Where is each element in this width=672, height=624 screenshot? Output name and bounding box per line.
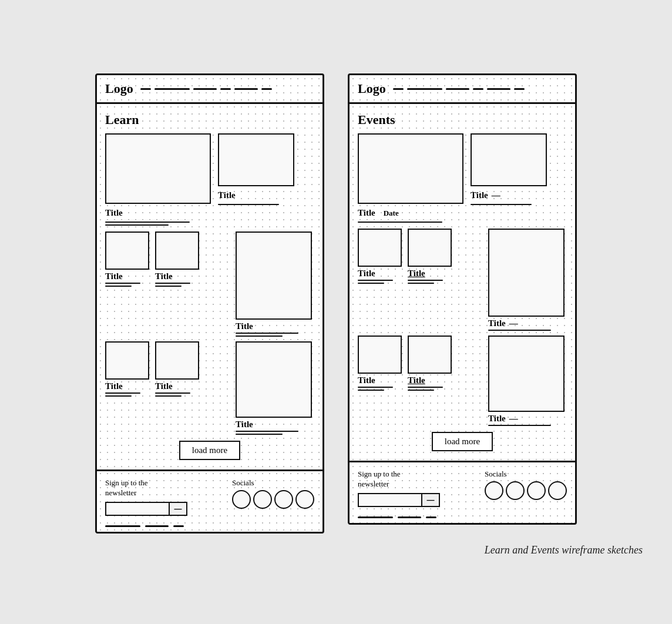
line: [358, 283, 384, 284]
events-item4: Title: [408, 336, 452, 391]
events-featured-title-right: Title: [471, 190, 488, 200]
events-load-more-wrap: load more: [358, 432, 567, 451]
learn-item4: Title: [155, 341, 199, 397]
footer-dash-3: [173, 525, 184, 527]
line: [358, 222, 442, 223]
events-newsletter-input[interactable]: [358, 493, 422, 507]
events-grid-right2: Title —: [488, 336, 567, 426]
events-featured-dash: —: [492, 190, 500, 200]
events-featured-row: Title Date Title —: [358, 133, 567, 223]
social-circle-1[interactable]: [232, 490, 251, 509]
nav-dash-3: [446, 88, 469, 90]
learn-socials-label: Socials: [232, 478, 314, 488]
events-socials-label: Socials: [485, 469, 567, 479]
social-circle-4[interactable]: [295, 490, 314, 509]
img: [105, 232, 149, 270]
line: [105, 283, 140, 284]
title: Title: [155, 271, 199, 281]
learn-grid-row2: Title Title: [105, 341, 314, 435]
learn-load-more-wrap: load more: [105, 441, 314, 460]
lines: [236, 333, 314, 337]
nav-dash-5: [234, 88, 258, 90]
line: [105, 224, 169, 226]
social-circle-3[interactable]: [527, 481, 546, 500]
events-newsletter-input-row: —: [358, 493, 473, 507]
learn-load-more-button[interactable]: load more: [179, 441, 240, 460]
learn-grid-right2: Title: [236, 341, 314, 435]
nav-dash-5: [487, 88, 510, 90]
title: Title: [488, 318, 506, 328]
lines: [105, 283, 149, 287]
lines: [471, 204, 547, 205]
nav-dash-2: [407, 88, 442, 90]
events-pair1: Title Title: [358, 229, 481, 284]
footer-dash-2: [398, 516, 421, 518]
learn-newsletter-submit[interactable]: —: [170, 502, 187, 516]
lines: [408, 280, 452, 284]
events-side-title-dash2: Title —: [488, 412, 567, 424]
line: [105, 395, 132, 397]
social-circle-1[interactable]: [485, 481, 503, 500]
learn-newsletter-input-row: —: [105, 502, 220, 516]
img: [155, 232, 199, 270]
learn-grid-left1: Title Title: [105, 232, 229, 337]
learn-newsletter-input[interactable]: [105, 502, 170, 516]
learn-featured-title-right: Title: [218, 190, 294, 200]
line: [218, 204, 279, 205]
learn-footer: Sign up to the newsletter — Socials: [97, 471, 322, 522]
title: Title: [488, 414, 506, 424]
social-circle-4[interactable]: [548, 481, 567, 500]
events-load-more-button[interactable]: load more: [432, 432, 493, 451]
title: Title: [105, 271, 149, 281]
line: [471, 204, 532, 205]
learn-featured-title-left: Title: [105, 208, 211, 218]
social-circle-2[interactable]: [253, 490, 272, 509]
events-grid-right1: Title —: [488, 229, 567, 331]
learn-pair2: Title Title: [105, 341, 229, 397]
lines: [155, 392, 199, 397]
nav-dash-1: [393, 88, 404, 90]
line: [155, 395, 182, 397]
footer-dash-1: [358, 516, 393, 518]
line: [408, 280, 443, 281]
line: [155, 392, 190, 394]
lines: [358, 222, 463, 223]
line: [236, 333, 298, 334]
learn-grid-right1: Title: [236, 232, 314, 337]
title: Title: [155, 381, 199, 391]
events-header: Logo: [350, 75, 575, 104]
line: [358, 280, 393, 281]
lines: [488, 425, 567, 426]
line: [105, 392, 140, 394]
events-featured-title-left: Title: [358, 208, 375, 218]
events-newsletter-submit[interactable]: —: [422, 493, 440, 507]
footer-dash-2: [145, 525, 169, 527]
learn-item1: Title: [105, 232, 149, 287]
learn-featured-row: Title Title: [105, 133, 314, 226]
dash: —: [509, 318, 518, 328]
learn-grid-row1: Title Title: [105, 232, 314, 337]
learn-wireframe: Logo Learn Title: [95, 73, 324, 534]
learn-socials: Socials: [232, 478, 314, 509]
line: [236, 431, 298, 432]
title: Title: [358, 375, 402, 385]
line: [408, 390, 434, 391]
learn-newsletter: Sign up to the newsletter —: [105, 478, 220, 516]
nav-dash-6: [261, 88, 272, 90]
learn-footer-bottom: [97, 522, 322, 532]
events-title-date-row: Title Date: [358, 206, 463, 218]
lines: [408, 387, 452, 391]
img: [488, 229, 565, 317]
line: [105, 286, 132, 287]
events-item3: Title: [358, 336, 402, 391]
social-circle-3[interactable]: [274, 490, 293, 509]
events-grid-left2: Title Title: [358, 336, 481, 426]
title: Title: [358, 269, 402, 279]
social-circle-2[interactable]: [506, 481, 525, 500]
learn-grid-left2: Title Title: [105, 341, 229, 435]
line: [488, 425, 551, 426]
img: [408, 336, 452, 374]
events-side-title-dash1: Title —: [488, 317, 567, 328]
lines: [236, 431, 314, 435]
footer-dash-1: [105, 525, 140, 527]
